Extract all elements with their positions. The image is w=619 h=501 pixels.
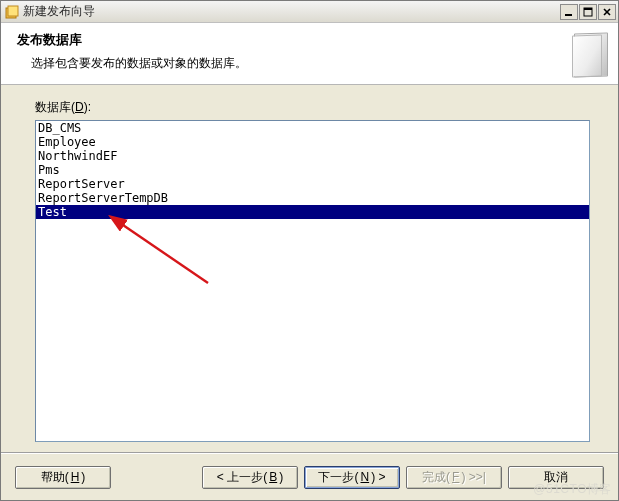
list-item[interactable]: ReportServerTempDB bbox=[36, 191, 589, 205]
page-subtitle: 选择包含要发布的数据或对象的数据库。 bbox=[31, 55, 562, 72]
finish-button: 完成(F) >>| bbox=[406, 466, 502, 489]
list-item[interactable]: Pms bbox=[36, 163, 589, 177]
wizard-header: 发布数据库 选择包含要发布的数据或对象的数据库。 bbox=[1, 23, 618, 85]
header-graphic-icon bbox=[562, 31, 608, 81]
back-button[interactable]: < 上一步(B) bbox=[202, 466, 298, 489]
svg-rect-1 bbox=[8, 6, 18, 16]
list-item[interactable]: NorthwindEF bbox=[36, 149, 589, 163]
wizard-window: 新建发布向导 发布数据库 选择包含要发布的数据或对象的数据库。 数据库(D): bbox=[0, 0, 619, 501]
next-button[interactable]: 下一步(N) > bbox=[304, 466, 400, 489]
button-row: 帮助(H) < 上一步(B) 下一步(N) > 完成(F) >>| 取消 bbox=[1, 454, 618, 500]
cancel-button[interactable]: 取消 bbox=[508, 466, 604, 489]
titlebar: 新建发布向导 bbox=[1, 1, 618, 23]
app-icon bbox=[5, 5, 19, 19]
annotation-arrow-icon bbox=[108, 215, 228, 295]
svg-line-7 bbox=[120, 223, 208, 283]
page-title: 发布数据库 bbox=[17, 31, 562, 49]
list-item[interactable]: Test bbox=[36, 205, 589, 219]
list-item[interactable]: Employee bbox=[36, 135, 589, 149]
list-item[interactable]: DB_CMS bbox=[36, 121, 589, 135]
help-button[interactable]: 帮助(H) bbox=[15, 466, 111, 489]
database-field-label: 数据库(D): bbox=[35, 99, 590, 116]
close-button[interactable] bbox=[598, 4, 616, 20]
database-listbox[interactable]: DB_CMSEmployeeNorthwindEFPmsReportServer… bbox=[35, 120, 590, 442]
list-item[interactable]: ReportServer bbox=[36, 177, 589, 191]
maximize-button[interactable] bbox=[579, 4, 597, 20]
minimize-button[interactable] bbox=[560, 4, 578, 20]
window-title: 新建发布向导 bbox=[23, 3, 559, 20]
content-area: 数据库(D): DB_CMSEmployeeNorthwindEFPmsRepo… bbox=[1, 85, 618, 452]
window-controls bbox=[559, 4, 616, 20]
